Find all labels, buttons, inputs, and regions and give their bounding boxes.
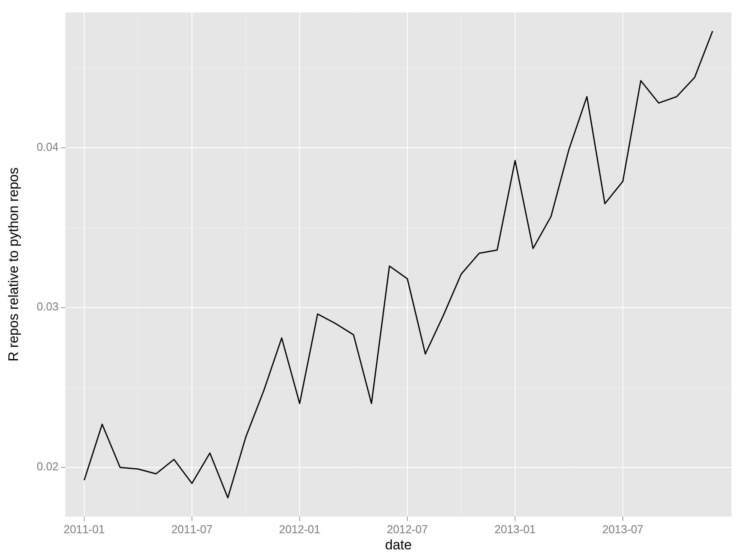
x-tick-label: 2012-07 (387, 523, 428, 536)
chart-container: 0.020.030.042011-012011-072012-012012-07… (0, 0, 747, 560)
line-chart: 0.020.030.042011-012011-072012-012012-07… (0, 0, 747, 560)
x-tick-label: 2013-07 (602, 523, 643, 536)
x-tick-label: 2013-01 (495, 523, 536, 536)
x-tick-label: 2011-01 (64, 523, 105, 536)
plot-panel (66, 12, 731, 516)
x-tick-label: 2011-07 (172, 523, 212, 536)
y-tick-label: 0.04 (37, 141, 58, 153)
y-tick-label: 0.03 (37, 300, 58, 313)
x-tick-label: 2012-01 (279, 523, 320, 536)
x-axis-title: date (385, 537, 412, 552)
y-axis-title: R repos relative to python repos (6, 167, 21, 362)
y-tick-label: 0.02 (37, 460, 58, 473)
